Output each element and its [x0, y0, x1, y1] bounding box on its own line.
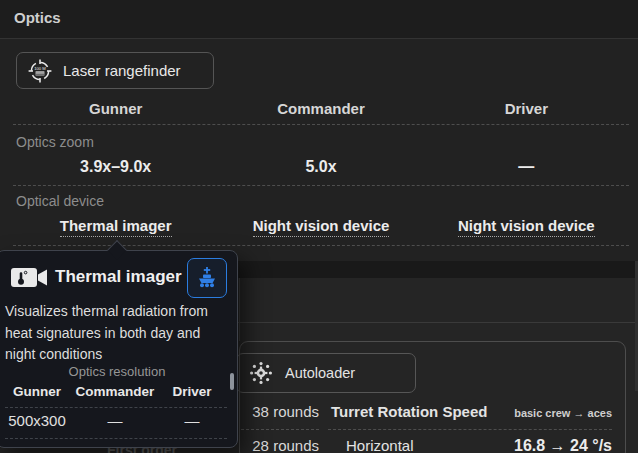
- ammo-count-value: 28 rounds: [240, 437, 319, 453]
- tooltip-description: Visualizes thermal radiation from heat s…: [5, 301, 229, 366]
- thermal-camera-icon: [9, 264, 49, 292]
- crew-level-range-label: basic crew → aces: [514, 407, 612, 419]
- tooltip-arrow: [107, 240, 127, 260]
- laser-rangefinder-button[interactable]: 100 M Laser rangefinder: [16, 52, 214, 89]
- divider: [241, 429, 319, 430]
- rangefinder-reticle-icon: 100 M: [27, 58, 53, 84]
- res-column-driver: Driver: [161, 384, 223, 399]
- divider: [328, 429, 612, 430]
- horizontal-speed-label: Horizontal: [331, 437, 514, 453]
- tooltip-title: Thermal imager: [55, 267, 182, 287]
- section-title: Optics: [14, 9, 61, 26]
- device-commander-link[interactable]: Night vision device: [253, 217, 390, 237]
- modification-compare-button[interactable]: [187, 258, 227, 298]
- zoom-driver-value: —: [424, 158, 629, 176]
- divider: [13, 245, 629, 246]
- optical-device-label: Optical device: [16, 193, 104, 209]
- zoom-gunner-value: 3.9x–9.0x: [13, 158, 218, 176]
- divider: [13, 124, 629, 125]
- horizontal-speed-value: 16.8 → 24 °/s: [514, 437, 612, 453]
- resolution-values-row: 500x300 — —: [5, 412, 227, 429]
- table-row: 38 rounds Turret Rotation Speed basic cr…: [240, 403, 612, 420]
- res-column-commander: Commander: [69, 384, 161, 399]
- svg-text:100 M: 100 M: [34, 66, 46, 71]
- zoom-commander-value: 5.0x: [218, 158, 423, 176]
- thermal-imager-tooltip: Thermal imager Visualizes thermal radiat…: [0, 250, 238, 448]
- divider: [5, 438, 227, 439]
- optics-section-header: Optics: [0, 0, 638, 39]
- res-driver-value: —: [161, 412, 223, 429]
- autoloader-button[interactable]: Autoloader: [236, 353, 416, 393]
- device-gunner-link[interactable]: Thermal imager: [60, 217, 172, 237]
- res-gunner-value: 500x300: [5, 412, 69, 429]
- autoloader-carousel-icon: [249, 361, 273, 385]
- res-commander-value: —: [69, 412, 161, 429]
- optical-device-values: Thermal imager Night vision device Night…: [13, 217, 629, 237]
- divider: [13, 185, 629, 186]
- device-driver-link[interactable]: Night vision device: [458, 217, 595, 237]
- ammo-count-value: 38 rounds: [240, 403, 319, 420]
- vehicle-modification-icon: [194, 265, 220, 291]
- optics-zoom-label: Optics zoom: [16, 134, 94, 150]
- column-commander: Commander: [218, 100, 423, 117]
- resolution-columns-header: Gunner Commander Driver: [5, 384, 227, 399]
- column-gunner: Gunner: [13, 100, 218, 117]
- divider: [5, 407, 227, 408]
- res-column-gunner: Gunner: [5, 384, 69, 399]
- optics-zoom-values: 3.9x–9.0x 5.0x —: [13, 158, 629, 176]
- tooltip-scrollbar-thumb[interactable]: [230, 373, 234, 390]
- autoloader-label: Autoloader: [285, 365, 355, 381]
- crew-columns-header: Gunner Commander Driver: [13, 100, 629, 117]
- table-row: 28 rounds Horizontal 16.8 → 24 °/s: [240, 437, 612, 453]
- column-driver: Driver: [424, 100, 629, 117]
- optics-resolution-label: Optics resolution: [0, 364, 237, 379]
- panel-edge-line: [239, 278, 240, 341]
- turret-rotation-speed-label: Turret Rotation Speed: [331, 403, 514, 420]
- optics-stats-page: Optics 100 M Laser rangefinder Gunner Co…: [0, 0, 638, 453]
- rangefinder-label: Laser rangefinder: [63, 62, 181, 79]
